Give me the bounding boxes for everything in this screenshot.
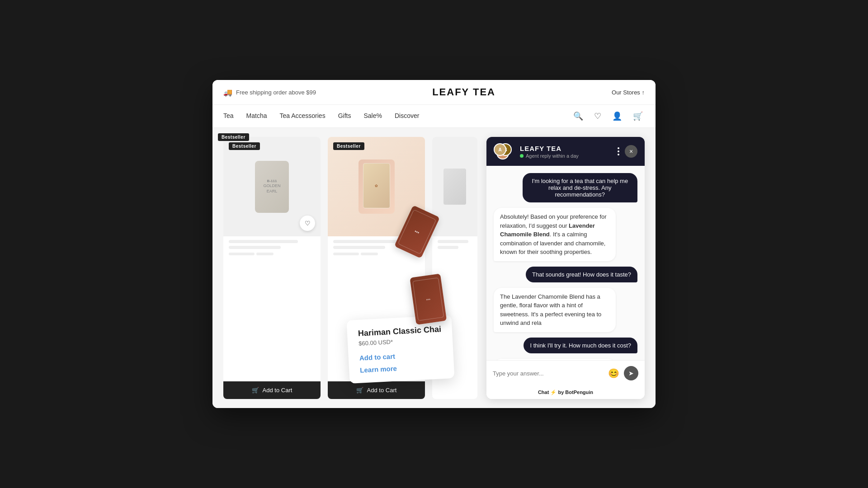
product-sub-bar-2 [333,246,385,249]
nav-icons: 🔍 ♡ 👤 🛒 [571,109,645,123]
online-status-dot [520,154,524,158]
bestseller-badge-1: Bestseller [229,142,260,150]
shipping-icon: 🚚 [223,88,232,97]
chat-message-user-2: That sounds great! How does it taste? [526,267,637,282]
shipping-text: Free shipping order above $99 [236,89,316,96]
product-price-bar-1 [229,253,255,255]
chat-message-agent-1: Absolutely! Based on your preference for… [494,208,616,261]
chat-brand-name: LEAFY TEA [520,145,610,152]
add-to-cart-label-2: Add to Cart [367,387,397,394]
chat-close-button[interactable]: × [625,145,637,158]
product-info-3 [432,236,477,255]
chat-message-user-1: I'm looking for a tea that can help me r… [523,173,637,202]
menu-dot-1 [618,147,619,149]
nav-item-accessories[interactable]: Tea Accessories [280,105,326,127]
chat-header-info: LEAFY TEA Agent reply within a day [520,145,610,159]
menu-dot-3 [618,154,619,155]
botpenguin-brand: BotPenguin [565,389,593,395]
chat-footer-text: Chat ⚡ by BotPenguin [538,389,593,395]
main-content: Bestseller B-111 GOLDEN EARL ♡ [212,128,656,408]
wishlist-button[interactable]: ♡ [592,109,603,123]
tea-can-2: ✿ [359,160,395,214]
product-name-bar-1 [229,240,298,243]
cart-icon-1: 🛒 [252,387,259,394]
product-image-2: ✿ ♦♦♦ [328,137,425,236]
nav-bar: Tea Matcha Tea Accessories Gifts Sale% D… [212,105,656,128]
shipping-notice: 🚚 Free shipping order above $99 [223,88,316,97]
store-link[interactable]: Our Stores ↑ [612,89,645,96]
floating-product-card: ♦♦♦ Hariman Classic Chai $60.00 USD* Add… [346,315,454,384]
product-price-bar-2 [333,253,359,255]
menu-dot-2 [618,150,619,152]
product-image-3 [432,137,477,236]
product-card-1: Bestseller B-111 GOLDEN EARL ♡ [223,137,321,399]
product-rating-bar-1 [256,253,274,255]
nav-item-tea[interactable]: Tea [223,105,234,127]
cart-button[interactable]: 🛒 [631,109,645,123]
chat-header-actions: × [616,145,637,158]
agent-avatar-1: A [494,143,506,156]
add-to-cart-label-1: Add to Cart [263,387,292,394]
nav-item-discover[interactable]: Discover [395,105,419,127]
add-to-cart-btn-2[interactable]: 🛒 Add to Cart [328,381,425,399]
chat-header: A B C LEAFY TEA Agent reply within a day [486,137,645,166]
chat-message-agent-2: The Lavender Chamomile Blend has a gentl… [494,288,616,332]
product-name-bar-3 [438,240,468,243]
chat-message-user-3: I think I'll try it. How much does it co… [524,338,637,353]
cart-icon-2: 🛒 [356,387,363,394]
send-button[interactable]: ➤ [624,366,638,380]
product-name-bar-2 [333,240,402,243]
nav-item-gifts[interactable]: Gifts [338,105,351,127]
account-button[interactable]: 👤 [610,109,624,123]
product-image-1: B-111 GOLDEN EARL ♡ [223,137,321,236]
chat-input-area: 😊 ➤ [486,360,645,386]
nav-links: Tea Matcha Tea Accessories Gifts Sale% D… [223,105,419,127]
emoji-button[interactable]: 😊 [608,368,619,379]
floating-tea-can: ♦♦♦ [412,275,445,324]
wishlist-btn-1[interactable]: ♡ [300,216,315,231]
search-button[interactable]: 🔍 [571,109,585,123]
chat-status: Agent reply within a day [520,153,610,159]
chat-input-field[interactable] [493,370,604,377]
tea-can-3 [443,169,466,205]
add-to-cart-btn-1[interactable]: 🛒 Add to Cart [223,381,321,399]
chat-footer: Chat ⚡ by BotPenguin [486,386,645,399]
chat-avatars: A B C [494,143,514,160]
nav-item-matcha[interactable]: Matcha [246,105,267,127]
nav-item-sale[interactable]: Sale% [363,105,382,127]
bestseller-badge-2: Bestseller [333,142,364,150]
chat-status-text: Agent reply within a day [526,153,579,159]
chat-messages: I'm looking for a tea that can help me r… [486,166,645,360]
product-sub-bar-1 [229,246,281,249]
browser-window: 🚚 Free shipping order above $99 LEAFY TE… [212,80,656,408]
tea-can-icon-1: B-111 GOLDEN EARL [255,161,289,213]
product-rating-bar-2 [361,253,378,255]
product-sub-bar-3 [438,246,458,249]
top-bar: 🚚 Free shipping order above $99 LEAFY TE… [212,80,656,105]
chat-widget: A B C LEAFY TEA Agent reply within a day [486,137,645,399]
floating-add-cart-link[interactable]: Add to cart [359,350,443,362]
chat-menu-button[interactable] [616,145,621,157]
product-info-1 [223,236,321,263]
floating-learn-more-link[interactable]: Learn more [360,362,443,374]
brand-title: LEAFY TEA [432,86,495,98]
